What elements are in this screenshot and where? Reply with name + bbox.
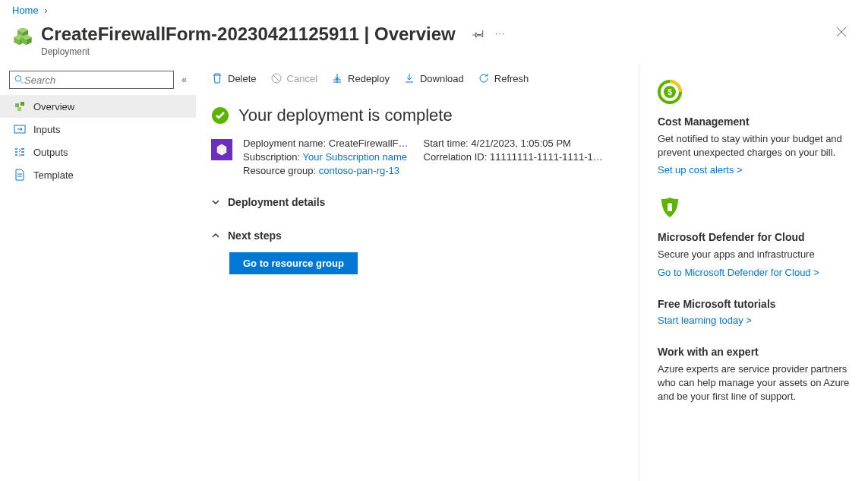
breadcrumb: Home › (0, 0, 868, 21)
toolbar: Delete Cancel Redeploy Download Refresh (196, 65, 639, 92)
card-text: Secure your apps and infrastructure (658, 248, 850, 261)
shield-icon (658, 195, 682, 220)
svg-rect-11 (15, 103, 19, 107)
svg-rect-13 (17, 107, 21, 111)
overview-icon (14, 100, 26, 112)
refresh-button[interactable]: Refresh (478, 72, 529, 84)
right-panel: $ Cost Management Get notified to stay w… (639, 65, 868, 481)
more-icon[interactable]: ··· (495, 27, 506, 42)
sidebar-item-label: Overview (33, 101, 74, 112)
card-title: Microsoft Defender for Cloud (658, 231, 850, 243)
delete-button[interactable]: Delete (211, 72, 257, 84)
card-title: Work with an expert (658, 346, 850, 358)
sidebar-item-overview[interactable]: Overview (0, 95, 196, 118)
svg-point-9 (15, 76, 21, 81)
card-title: Cost Management (658, 116, 850, 128)
correlation-id-value: 11111111-1111-1111-1… (490, 151, 603, 163)
template-icon (14, 169, 26, 181)
status-row: Your deployment is complete (196, 92, 639, 133)
next-steps-toggle[interactable]: Next steps (211, 225, 623, 246)
cost-alerts-link[interactable]: Set up cost alerts > (658, 164, 743, 176)
expert-card: Work with an expert Azure experts are se… (658, 346, 850, 404)
sidebar-item-label: Inputs (33, 124, 60, 135)
resource-group-link[interactable]: contoso-pan-rg-13 (319, 165, 399, 176)
go-to-resource-group-button[interactable]: Go to resource group (229, 252, 358, 274)
page-header: CreateFirewallForm-20230421125911 | Over… (0, 21, 868, 65)
redeploy-button[interactable]: Redeploy (331, 72, 390, 84)
sidebar-item-label: Template (33, 169, 74, 181)
card-text: Azure experts are service provider partn… (658, 362, 850, 404)
search-icon (14, 74, 24, 85)
cost-icon: $ (658, 80, 682, 104)
start-time-value: 4/21/2023, 1:05:05 PM (471, 138, 571, 149)
success-icon (211, 106, 229, 125)
inputs-icon (14, 123, 26, 135)
pin-icon[interactable] (472, 27, 485, 42)
chevron-right-icon: › (44, 5, 47, 16)
tutorials-link[interactable]: Start learning today > (658, 315, 752, 326)
collapse-sidebar-icon[interactable]: « (181, 74, 187, 85)
cost-management-card: $ Cost Management Get notified to stay w… (658, 80, 850, 176)
close-button[interactable] (827, 24, 856, 43)
subscription-link[interactable]: Your Subscription name (303, 151, 408, 163)
deployment-details-toggle[interactable]: Deployment details (211, 191, 623, 213)
breadcrumb-home[interactable]: Home (12, 5, 39, 16)
deployment-icon (12, 28, 33, 49)
resource-icon (211, 139, 232, 160)
cancel-icon (270, 72, 282, 84)
sidebar-item-outputs[interactable]: Outputs (0, 141, 196, 163)
card-text: Get notified to stay within your budget … (658, 132, 850, 160)
chevron-up-icon (211, 231, 220, 240)
page-subtitle: Deployment (41, 46, 506, 57)
delete-icon (211, 72, 223, 84)
svg-line-10 (21, 81, 23, 84)
svg-line-16 (273, 75, 279, 81)
status-text: Your deployment is complete (238, 106, 453, 125)
sidebar: « Overview Inputs Outputs Template (0, 65, 196, 481)
svg-rect-22 (668, 207, 672, 211)
page-title: CreateFirewallForm-20230421125911 | Over… (41, 24, 456, 45)
tutorials-card: Free Microsoft tutorials Start learning … (658, 298, 850, 326)
sidebar-item-template[interactable]: Template (0, 163, 196, 186)
svg-text:$: $ (668, 88, 672, 97)
deployment-details: Deployment name: CreateFirewallF… Subscr… (196, 133, 639, 185)
main-content: Delete Cancel Redeploy Download Refresh (196, 65, 639, 481)
card-title: Free Microsoft tutorials (658, 298, 850, 310)
outputs-icon (14, 146, 26, 158)
sidebar-item-inputs[interactable]: Inputs (0, 118, 196, 141)
sidebar-item-label: Outputs (33, 147, 68, 158)
redeploy-icon (331, 72, 343, 84)
refresh-icon (478, 72, 490, 84)
svg-rect-12 (21, 102, 24, 106)
deployment-name-value: CreateFirewallF… (329, 138, 409, 149)
chevron-down-icon (211, 198, 220, 207)
search-input[interactable] (9, 71, 174, 89)
download-icon (403, 72, 415, 84)
defender-card: Microsoft Defender for Cloud Secure your… (658, 195, 850, 277)
defender-link[interactable]: Go to Microsoft Defender for Cloud > (658, 267, 819, 278)
cancel-button: Cancel (270, 72, 317, 84)
download-button[interactable]: Download (403, 72, 464, 84)
